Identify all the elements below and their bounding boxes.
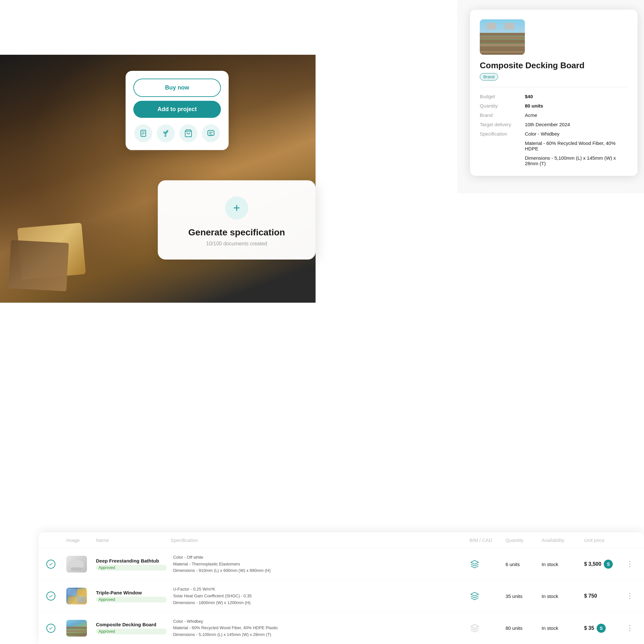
generate-subtitle: 10/100 documents created [171,241,303,247]
spec-dimensions: Dimensions - 5,100mm (L) x 145mm (W) x 2… [525,155,628,166]
row-price-3: $ 35 S [584,624,620,633]
row-spec-3: ·Color - Whidbey ·Material - 60% Recycle… [171,618,466,638]
row-check-3[interactable] [46,624,62,633]
brand-value: Acme [525,112,628,118]
row-spec-2: ·U-Factor - 0.25 W/m²K ·Solar Heat Gain … [171,586,466,606]
spec-color: Color - Whidbey [525,131,628,137]
quantity-label: Quantity [480,103,525,109]
row-check-1[interactable] [46,560,62,569]
row-image-2 [66,588,92,604]
chat-icon [207,129,215,137]
generate-plus-button[interactable]: + [225,196,248,220]
row-price-2: $ 750 [584,593,620,599]
row-name-2: Triple-Pane Window Approved [96,590,167,602]
target-delivery-label: Target delivery [480,122,525,127]
product-title: Composite Decking Board [480,61,628,71]
col-more [623,537,636,543]
cart-icon [184,129,193,137]
price-icon-3[interactable]: S [597,624,606,633]
document-icon-button[interactable] [134,124,152,142]
row-qty-1: 6 units [506,562,538,567]
col-check [46,537,62,543]
add-to-project-button[interactable]: Add to project [133,101,221,118]
product-detail-card: Composite Decking Board Brand Budget $40… [470,10,638,176]
row-spec-1: ·Color - Off white ·Material - Thermopla… [171,554,466,574]
top-white-area [0,0,245,55]
col-price: Unit price [584,537,620,543]
col-bim: BIM / CAD [469,537,502,543]
row-bim-1 [469,559,480,569]
row-qty-2: 35 units [506,593,538,599]
row-image-3 [66,620,92,637]
svg-rect-5 [208,130,214,135]
generate-spec-card: + Generate specification 10/100 document… [158,180,316,260]
cart-icon-button[interactable] [179,124,197,142]
row-avail-1: In stock [542,562,580,567]
budget-value: $40 [525,94,628,99]
product-specs: Budget $40 Quantity 80 units Brand Acme … [480,94,628,166]
chat-icon-button[interactable] [202,124,220,142]
document-icon [139,129,147,137]
row-price-1: $ 3,500 S [584,560,620,569]
row-image-1 [66,556,92,573]
row-name-3: Composite Decking Board Approved [96,622,167,634]
brand-label: Brand [480,112,525,118]
row-qty-3: 80 units [506,625,538,631]
row-check-2[interactable] [46,592,62,601]
buy-now-button[interactable]: Buy now [133,79,221,97]
action-card: Buy now Add to project [126,71,229,150]
col-name: Name [96,537,167,543]
plant-icon-button[interactable] [157,124,175,142]
row-bim-2 [469,591,480,601]
specification-label: Specification [480,131,525,166]
product-thumbnail [480,19,525,55]
quantity-value: 80 units [525,103,628,109]
spec-values: Color - Whidbey Material - 60% Recycled … [525,131,628,166]
col-avail: Availability [542,537,580,543]
price-icon-1[interactable]: S [604,560,613,569]
plus-icon: + [233,202,240,214]
target-delivery-value: 10th December 2024 [525,122,628,127]
brand-badge: Brand [480,73,498,81]
spec-material: Material - 60% Recycled Wood Fiber, 40% … [525,140,628,151]
row-avail-3: In stock [542,625,580,631]
row-name-1: Deep Freestanding Bathtub Approved [96,558,167,571]
row-more-2[interactable]: ⋮ [623,592,636,600]
table-row: Composite Decking Board Approved ·Color … [39,612,644,644]
generate-title: Generate specification [171,227,303,238]
action-icons-row [133,124,221,142]
budget-label: Budget [480,94,525,99]
table-header-row: Image Name Specification BIM / CAD Quant… [39,532,644,548]
row-bim-3 [469,623,480,633]
row-avail-2: In stock [542,593,580,599]
table-row: Triple-Pane Window Approved ·U-Factor - … [39,580,644,612]
col-spec: Specification [171,537,466,543]
table-row: Deep Freestanding Bathtub Approved ·Colo… [39,548,644,580]
row-more-1[interactable]: ⋮ [623,560,636,568]
col-image: Image [66,537,92,543]
product-divider [480,87,628,87]
row-more-3[interactable]: ⋮ [623,624,636,632]
products-table: Image Name Specification BIM / CAD Quant… [39,532,644,644]
plant-icon [162,129,170,137]
col-qty: Quantity [506,537,538,543]
